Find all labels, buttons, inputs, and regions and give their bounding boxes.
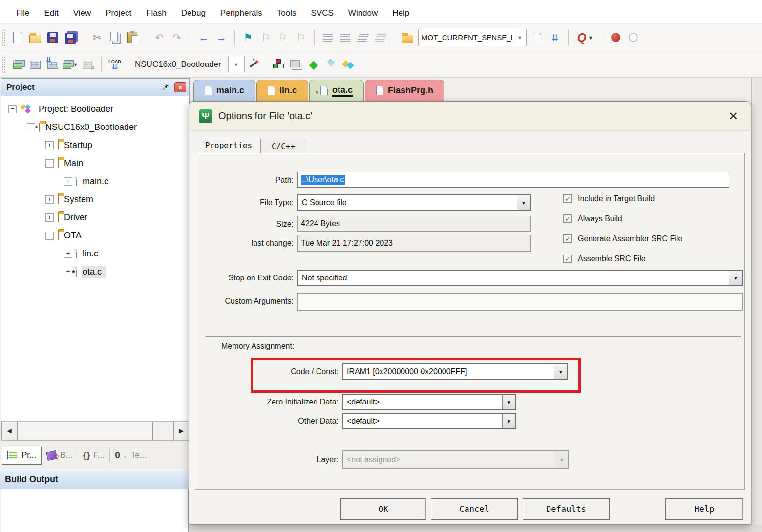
checkbox-icon[interactable]: ✓ (563, 194, 572, 203)
menu-item-svcs[interactable]: SVCS (304, 6, 341, 20)
dialog-close-button[interactable]: ✕ (725, 109, 741, 123)
checkbox-always-build[interactable]: ✓Always Build (563, 214, 682, 223)
uncomment-button[interactable] (373, 29, 388, 46)
path-input[interactable]: ..\User\ota.c (297, 172, 729, 188)
menu-item-help[interactable]: Help (385, 6, 417, 20)
cancel-button[interactable]: Cancel (431, 498, 518, 520)
menu-item-window[interactable]: Window (341, 6, 385, 20)
editor-tab-ota-c[interactable]: *ota.c (309, 80, 364, 101)
target-combo-value[interactable]: NSUC16x0_Bootloader (133, 60, 226, 69)
stop-on-exit-combo[interactable]: Not specified ▼ (297, 270, 743, 286)
insert-bookmark-button[interactable]: ⚑ (240, 29, 256, 46)
manage-project-items-button[interactable] (271, 56, 286, 73)
batch-build-caret-icon[interactable]: ▼ (73, 62, 78, 67)
panel-tab-pr[interactable]: Pr... (2, 447, 42, 465)
copy-button[interactable] (107, 29, 123, 46)
tree-item-ota[interactable]: −OTA (1, 227, 189, 245)
custom-arguments-input[interactable] (297, 293, 743, 311)
build-button[interactable]: ↓ (27, 56, 43, 73)
editor-tab-FlashPrg-h[interactable]: FlashPrg.h (365, 80, 444, 101)
stop-build-button[interactable]: × (80, 56, 96, 73)
tree-item-driver[interactable]: +Driver (1, 209, 189, 227)
tree-toggle-icon[interactable]: − (27, 123, 35, 131)
navigate-forward-button[interactable]: → (213, 29, 229, 46)
menu-item-flash[interactable]: Flash (139, 6, 174, 20)
checkbox-icon[interactable]: ✓ (563, 214, 572, 223)
scrollbar-thumb[interactable] (17, 422, 153, 440)
save-button[interactable] (45, 29, 61, 46)
toolbar-grip[interactable] (2, 29, 5, 46)
clear-bookmarks-button[interactable]: ⚐ (293, 29, 309, 46)
cut-button[interactable]: ✂ (89, 29, 105, 46)
chevron-down-icon[interactable]: ▼ (502, 414, 515, 428)
project-panel-close-button[interactable]: x (174, 82, 186, 92)
tree-toggle-icon[interactable]: + (64, 268, 72, 276)
toolbar-grip[interactable] (2, 56, 5, 73)
memory-combo[interactable]: IRAM1 [0x20000000-0x20000FFF]▼ (342, 363, 568, 380)
menu-item-peripherals[interactable]: Peripherals (213, 6, 270, 20)
chevron-down-icon[interactable]: ▼ (517, 195, 530, 210)
ok-button[interactable]: OK (340, 498, 426, 520)
tree-toggle-icon[interactable]: − (8, 105, 17, 113)
rebuild-all-button[interactable]: ⇊ (45, 56, 61, 73)
menu-item-debug[interactable]: Debug (174, 6, 213, 20)
undo-button[interactable]: ↶ (151, 29, 167, 46)
new-file-button[interactable] (10, 29, 25, 46)
menu-item-project[interactable]: Project (98, 6, 139, 20)
redo-button[interactable]: ↷ (169, 29, 185, 46)
pin-icon[interactable]: 📌︎ (161, 83, 169, 92)
tree-item-main[interactable]: −Main (1, 154, 189, 172)
batch-build-button[interactable]: ▼ (63, 56, 78, 73)
breakpoint-disabled-button[interactable] (625, 29, 641, 46)
tree-toggle-icon[interactable]: + (64, 250, 72, 258)
panel-tab-te[interactable]: 0→Te... (110, 446, 151, 465)
navigate-back-button[interactable]: ← (196, 29, 212, 46)
target-combo-dropdown[interactable]: ▼ (228, 56, 245, 73)
dialog-title-bar[interactable]: Ψ Options for File 'ota.c' ✕ (189, 102, 751, 131)
tab-cpp[interactable]: C/C++ (260, 139, 306, 153)
editor-tab-main-c[interactable]: main.c (193, 80, 255, 101)
tree-toggle-icon[interactable]: − (45, 159, 54, 168)
help-button[interactable]: Help (665, 498, 743, 520)
chevron-down-icon[interactable]: ▼ (554, 364, 567, 379)
manage-run-time-environment-button[interactable]: ◆ (306, 56, 321, 73)
memory-combo[interactable]: <default>▼ (342, 413, 516, 429)
tree-item-startup[interactable]: +Startup (1, 136, 189, 154)
chevron-down-icon[interactable]: ▼ (513, 29, 526, 46)
tree-item-system[interactable]: +System (1, 191, 189, 209)
menu-item-view[interactable]: View (66, 6, 99, 20)
manage-windows-button[interactable] (288, 56, 304, 73)
next-bookmark-button[interactable]: ⚐ (275, 29, 291, 46)
find-button[interactable] (529, 29, 545, 46)
scroll-right-button[interactable]: ▶ (173, 422, 189, 440)
checkbox-include-in-target-build[interactable]: ✓Include in Target Build (563, 194, 682, 203)
tab-properties[interactable]: Properties (197, 137, 260, 153)
memory-combo[interactable]: <default>▼ (342, 394, 516, 410)
tree-toggle-icon[interactable]: + (64, 177, 72, 186)
quick-search-caret-icon[interactable]: ▼ (588, 35, 593, 41)
scroll-left-button[interactable]: ◀ (1, 422, 17, 440)
tree-item-lin-c[interactable]: +lin.c (1, 245, 189, 263)
open-file-button[interactable] (27, 29, 43, 46)
panel-tab-b[interactable]: B... (42, 447, 78, 464)
tree-toggle-icon[interactable]: + (45, 213, 54, 222)
tree-toggle-icon[interactable]: + (45, 195, 54, 204)
tree-toggle-icon[interactable]: + (45, 141, 54, 149)
checkbox-generate-assembler-src-file[interactable]: ✓Generate Assembler SRC File (563, 234, 682, 243)
editor-tab-lin-c[interactable]: lin.c (256, 80, 308, 101)
checkbox-assemble-src-file[interactable]: ✓Assemble SRC File (563, 255, 682, 263)
previous-bookmark-button[interactable]: ⚐ (258, 29, 274, 46)
indent-button[interactable] (320, 29, 336, 46)
comment-button[interactable] (355, 29, 371, 46)
build-output-content[interactable] (1, 489, 189, 532)
tree-item-ota-c[interactable]: +*ota.c (1, 263, 189, 281)
translate-button[interactable]: ↓ (10, 56, 25, 73)
target-options-button[interactable]: ✶ ✶ (248, 59, 259, 70)
file-type-combo[interactable]: C Source file ▼ (297, 194, 531, 211)
menu-item-file[interactable]: File (9, 6, 37, 20)
tree-item-main-c[interactable]: +main.c (1, 172, 189, 191)
incremental-find-button[interactable]: ⇊ (547, 29, 563, 46)
download-button[interactable]: LOAD ⇊ (107, 56, 123, 73)
select-software-packs-button[interactable]: ◆ (323, 56, 339, 73)
save-all-button[interactable] (63, 29, 78, 46)
